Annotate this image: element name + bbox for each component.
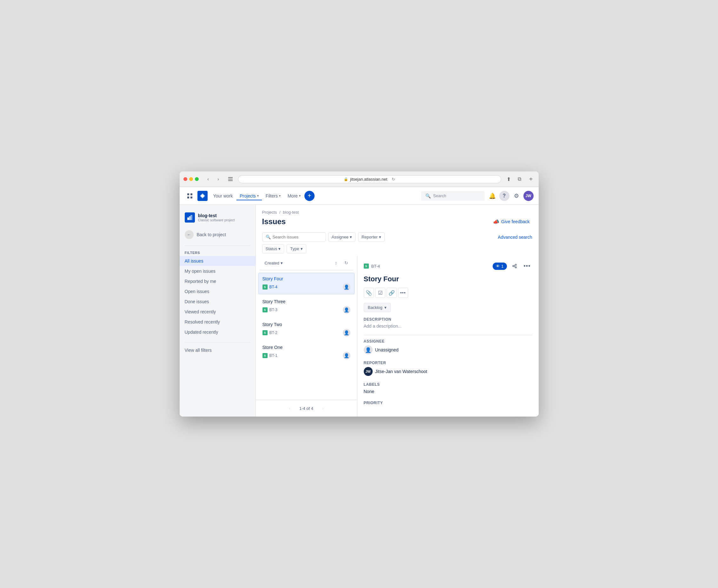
project-icon — [185, 212, 195, 223]
advanced-search-link[interactable]: Advanced search — [498, 235, 532, 240]
new-window-button[interactable]: ⧉ — [515, 175, 524, 184]
back-button[interactable]: ‹ — [204, 175, 213, 184]
assignee-row: 👤 Unassigned — [364, 345, 532, 354]
link-button[interactable]: 🔗 — [387, 288, 397, 298]
share-issue-button[interactable] — [509, 261, 520, 271]
more-options-button[interactable]: ••• — [522, 261, 532, 271]
search-bar[interactable]: 🔍 Search — [421, 191, 485, 201]
issue-id-bt4: BT-4 — [270, 285, 277, 289]
browser-chrome: ‹ › 🔒 jitsejan.atlassian.net ↻ ⬆ ⧉ + — [180, 171, 538, 187]
nav-filters[interactable]: Filters ▾ — [262, 191, 284, 200]
issue-item-bt4[interactable]: Story Four S BT-4 👤 — [258, 273, 355, 294]
sidebar-item-done-issues[interactable]: Done issues — [180, 296, 255, 307]
filters-section-title: Filters — [180, 248, 255, 256]
svg-rect-0 — [228, 177, 233, 178]
checklist-button[interactable]: ☑ — [375, 288, 385, 298]
issue-title-bt1: Store One — [262, 345, 351, 350]
apps-grid-icon[interactable] — [185, 191, 195, 201]
status-button[interactable]: Backlog ▾ — [364, 303, 391, 312]
avatar-bt2: 👤 — [343, 329, 351, 337]
help-button[interactable]: ? — [499, 191, 509, 201]
search-issues-input-container[interactable]: 🔍 — [262, 232, 326, 241]
issue-id-row-bt4: S BT-4 — [262, 285, 277, 290]
breadcrumb-projects[interactable]: Projects — [262, 210, 277, 215]
svg-rect-9 — [190, 215, 192, 220]
assignee-avatar: 👤 — [364, 345, 373, 354]
avatar-bt1: 👤 — [343, 352, 351, 359]
nav-more[interactable]: More ▾ — [284, 191, 304, 200]
traffic-lights — [184, 177, 199, 181]
detail-id: BT-4 — [372, 264, 380, 269]
next-page-button[interactable]: › — [318, 404, 327, 413]
issue-item-bt1[interactable]: Store One S BT-1 👤 — [258, 341, 355, 363]
notifications-button[interactable]: 🔔 — [487, 191, 498, 201]
url-text: jitsejan.atlassian.net — [350, 177, 387, 182]
assignee-filter-button[interactable]: Assignee ▾ — [328, 232, 356, 241]
prev-page-button[interactable]: ‹ — [286, 404, 294, 413]
svg-line-13 — [514, 265, 515, 266]
reporter-name: Jitse-Jan van Waterschoot — [375, 369, 427, 374]
address-bar[interactable]: 🔒 jitsejan.atlassian.net ↻ — [238, 175, 501, 183]
issue-title-bt3: Story Three — [262, 299, 351, 304]
sidebar-item-open-issues[interactable]: Open issues — [180, 287, 255, 296]
page-info: 1-4 of 4 — [299, 406, 313, 411]
issue-item-bt3[interactable]: Story Three S BT-3 👤 — [258, 296, 355, 317]
forward-button[interactable]: › — [214, 175, 223, 184]
svg-rect-3 — [187, 193, 189, 195]
status-chevron-icon: ▾ — [384, 305, 387, 310]
svg-point-10 — [515, 264, 516, 266]
jira-logo[interactable] — [197, 191, 208, 201]
minimize-window-button[interactable] — [189, 177, 193, 181]
nav-your-work[interactable]: Your work — [210, 191, 236, 200]
settings-button[interactable]: ⚙ — [511, 191, 522, 201]
sort-order-button[interactable]: ↕ — [332, 258, 341, 267]
svg-rect-1 — [228, 179, 233, 180]
sidebar-item-resolved-recently[interactable]: Resolved recently — [180, 317, 255, 327]
status-chevron-icon: ▾ — [278, 246, 281, 251]
sidebar-item-my-open[interactable]: My open issues — [180, 266, 255, 276]
reporter-filter-button[interactable]: Reporter ▾ — [358, 232, 385, 241]
issue-id-bt2: BT-2 — [270, 331, 277, 335]
refresh-button[interactable]: ↻ — [342, 258, 351, 267]
close-window-button[interactable] — [184, 177, 187, 181]
attachment-button[interactable]: 📎 — [364, 288, 374, 298]
breadcrumb-project[interactable]: blog-test — [283, 210, 299, 215]
nav-projects[interactable]: Projects ▾ — [236, 191, 262, 200]
filter-row-2: Status ▾ Type ▾ — [262, 244, 532, 253]
sidebar-item-reported-by-me[interactable]: Reported by me — [180, 276, 255, 287]
issue-id-row-bt2: S BT-2 — [262, 330, 277, 335]
new-tab-button[interactable]: + — [527, 175, 535, 183]
more-toolbar-button[interactable]: ••• — [398, 288, 408, 298]
sidebar-item-viewed-recently[interactable]: Viewed recently — [180, 307, 255, 317]
svg-point-12 — [515, 267, 516, 268]
type-filter-button[interactable]: Type ▾ — [287, 244, 306, 253]
share-button[interactable]: ⬆ — [504, 175, 513, 184]
issue-meta-bt3: S BT-3 👤 — [262, 306, 351, 314]
issue-item-bt2[interactable]: Story Two S BT-2 👤 — [258, 318, 355, 340]
back-to-project-link[interactable]: ← Back to project — [180, 228, 255, 241]
reporter-avatar: JW — [364, 367, 373, 376]
sidebar-item-updated-recently[interactable]: Updated recently — [180, 327, 255, 337]
lock-icon: 🔒 — [344, 177, 348, 181]
give-feedback-button[interactable]: 📣 Give feedback — [490, 217, 532, 226]
reporter-row: JW Jitse-Jan van Waterschoot — [364, 367, 532, 376]
filters-chevron-icon: ▾ — [279, 194, 281, 197]
app: Your work Projects ▾ Filters ▾ More ▾ + … — [180, 187, 538, 417]
search-issues-input[interactable] — [273, 235, 322, 239]
detail-panel: S BT-4 👁 1 — [357, 256, 538, 417]
issue-meta-bt1: S BT-1 👤 — [262, 352, 351, 359]
nav-icons: 🔔 ? ⚙ JW — [487, 191, 533, 201]
sidebar-item-all-issues[interactable]: All issues — [180, 256, 255, 266]
view-all-filters-link[interactable]: View all filters — [180, 345, 255, 355]
back-label: Back to project — [197, 232, 226, 237]
issue-id-bt3: BT-3 — [270, 308, 277, 312]
user-avatar-button[interactable]: JW — [523, 191, 533, 201]
maximize-window-button[interactable] — [195, 177, 199, 181]
refresh-icon[interactable]: ↻ — [392, 177, 395, 182]
create-button[interactable]: + — [304, 191, 315, 201]
status-filter-button[interactable]: Status ▾ — [262, 244, 284, 253]
description-placeholder[interactable]: Add a description... — [364, 323, 532, 329]
watchers-button[interactable]: 👁 1 — [493, 262, 507, 270]
sort-created-button[interactable]: Created ▾ — [262, 259, 286, 267]
sidebar-toggle-button[interactable] — [226, 175, 235, 184]
